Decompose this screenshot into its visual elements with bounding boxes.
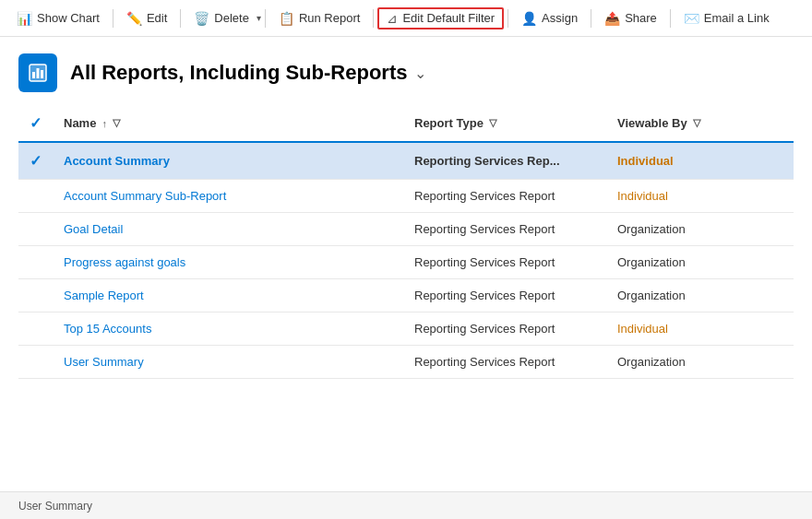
- page-icon: [18, 53, 57, 92]
- row-check-cell[interactable]: [18, 213, 53, 246]
- share-button[interactable]: 📤 Share: [595, 7, 666, 29]
- reports-table-area: ✓ Name ↑ ▽ Report Type ▽: [0, 105, 812, 379]
- row-report-type-cell: Reporting Services Report: [403, 180, 606, 213]
- filter-funnel-icon: ⊿: [387, 11, 398, 26]
- page-header: All Reports, Including Sub-Reports ⌄: [0, 37, 812, 105]
- row-report-type-cell: Reporting Services Report: [403, 246, 606, 279]
- row-check-cell[interactable]: [18, 246, 53, 279]
- divider-4: [373, 9, 374, 28]
- row-name-link[interactable]: Sample Report: [64, 289, 144, 302]
- svg-rect-2: [32, 72, 35, 78]
- col-check: ✓: [18, 105, 53, 142]
- row-report-type-cell: Reporting Services Rep...: [403, 142, 606, 180]
- name-filter-icon[interactable]: ▽: [113, 117, 120, 129]
- row-check-cell[interactable]: [18, 313, 53, 346]
- share-icon: 📤: [604, 11, 620, 26]
- table-row[interactable]: Account Summary Sub-ReportReporting Serv…: [18, 180, 794, 213]
- row-viewable-by-cell: Organization: [606, 246, 794, 279]
- delete-icon: 🗑️: [194, 11, 209, 26]
- table-row[interactable]: ✓Account SummaryReporting Services Rep..…: [18, 142, 794, 180]
- show-chart-button[interactable]: 📊 Show Chart: [7, 7, 109, 29]
- table-body: ✓Account SummaryReporting Services Rep..…: [18, 142, 794, 379]
- divider-1: [113, 9, 113, 28]
- edit-button[interactable]: ✏️ Edit: [117, 7, 176, 29]
- col-viewable-by: Viewable By ▽: [606, 105, 794, 142]
- row-name-link[interactable]: User Summary: [64, 355, 144, 369]
- row-viewable-by-cell: Organization: [606, 213, 794, 246]
- chart-icon: 📊: [17, 11, 32, 26]
- row-check-icon: ✓: [30, 153, 42, 169]
- divider-3: [265, 9, 266, 28]
- row-viewable-by-cell: Individual: [606, 142, 794, 180]
- row-check-cell[interactable]: ✓: [18, 142, 53, 180]
- table-row[interactable]: Progress against goalsReporting Services…: [18, 246, 794, 279]
- row-check-cell[interactable]: [18, 279, 53, 313]
- col-name: Name ↑ ▽: [53, 105, 403, 142]
- row-name-cell: Goal Detail: [53, 213, 403, 246]
- row-viewable-by-cell: Individual: [606, 313, 794, 346]
- toolbar: 📊 Show Chart ✏️ Edit 🗑️ Delete ▾ 📋 Run R…: [0, 0, 812, 37]
- row-viewable-by-cell: Organization: [606, 346, 794, 379]
- row-check-cell[interactable]: [18, 346, 53, 379]
- run-report-button[interactable]: 📋 Run Report: [269, 7, 369, 29]
- assign-button[interactable]: 👤 Assign: [512, 7, 587, 29]
- row-name-cell: Account Summary Sub-Report: [53, 180, 403, 213]
- row-name-link[interactable]: Top 15 Accounts: [64, 322, 151, 336]
- reports-table: ✓ Name ↑ ▽ Report Type ▽: [18, 105, 794, 379]
- row-name-link[interactable]: Progress against goals: [64, 255, 185, 269]
- col-report-type: Report Type ▽: [403, 105, 606, 142]
- viewable-filter-icon[interactable]: ▽: [693, 117, 700, 129]
- page-title-dropdown-icon[interactable]: ⌄: [414, 65, 426, 82]
- delete-button[interactable]: 🗑️ Delete: [185, 7, 258, 29]
- row-name-cell: Account Summary: [53, 142, 403, 180]
- row-name-cell: Progress against goals: [53, 246, 403, 279]
- row-name-cell: Sample Report: [53, 279, 403, 313]
- page-title: All Reports, Including Sub-Reports: [70, 61, 407, 85]
- status-bar: User Summary: [0, 491, 812, 519]
- email-icon: ✉️: [684, 11, 699, 26]
- delete-dropdown-arrow[interactable]: ▾: [257, 13, 261, 23]
- row-name-cell: User Summary: [53, 346, 403, 379]
- table-row[interactable]: User SummaryReporting Services ReportOrg…: [18, 346, 794, 379]
- assign-icon: 👤: [521, 11, 537, 26]
- row-name-link[interactable]: Goal Detail: [64, 222, 123, 236]
- email-link-button[interactable]: ✉️ Email a Link: [675, 7, 779, 29]
- table-row[interactable]: Sample ReportReporting Services ReportOr…: [18, 279, 794, 313]
- divider-7: [670, 9, 671, 28]
- row-name-link[interactable]: Account Summary: [64, 154, 170, 168]
- table-header-row: ✓ Name ↑ ▽ Report Type ▽: [18, 105, 794, 142]
- divider-2: [180, 9, 181, 28]
- row-name-link[interactable]: Account Summary Sub-Report: [64, 189, 226, 203]
- divider-5: [508, 9, 508, 28]
- table-row[interactable]: Top 15 AccountsReporting Services Report…: [18, 313, 794, 346]
- row-report-type-cell: Reporting Services Report: [403, 279, 606, 313]
- header-check-icon[interactable]: ✓: [30, 115, 42, 131]
- table-row[interactable]: Goal DetailReporting Services ReportOrga…: [18, 213, 794, 246]
- svg-rect-3: [37, 68, 40, 78]
- divider-6: [591, 9, 591, 28]
- row-report-type-cell: Reporting Services Report: [403, 213, 606, 246]
- row-viewable-by-cell: Individual: [606, 180, 794, 213]
- row-report-type-cell: Reporting Services Report: [403, 346, 606, 379]
- page-title-group: All Reports, Including Sub-Reports ⌄: [70, 61, 426, 85]
- status-text: User Summary: [18, 500, 92, 513]
- edit-default-filter-button[interactable]: ⊿ Edit Default Filter: [377, 7, 504, 29]
- name-sort-icon[interactable]: ↑: [102, 118, 107, 129]
- row-viewable-by-cell: Organization: [606, 279, 794, 313]
- type-filter-icon[interactable]: ▽: [489, 117, 496, 129]
- row-check-cell[interactable]: [18, 180, 53, 213]
- row-report-type-cell: Reporting Services Report: [403, 313, 606, 346]
- edit-icon: ✏️: [126, 11, 142, 26]
- row-name-cell: Top 15 Accounts: [53, 313, 403, 346]
- run-report-icon: 📋: [279, 11, 294, 26]
- svg-rect-4: [41, 70, 43, 78]
